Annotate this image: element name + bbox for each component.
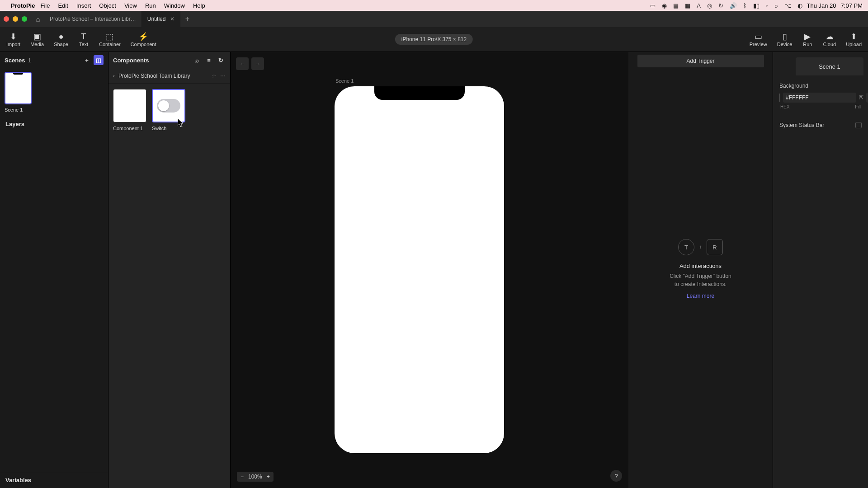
tray-icon[interactable]: ▤ [673, 2, 679, 9]
bluetooth-icon[interactable]: ᛒ [743, 2, 747, 9]
switch-shape-icon [157, 99, 180, 113]
chevron-left-icon[interactable]: ‹ [113, 73, 115, 79]
menu-window[interactable]: Window [164, 2, 185, 9]
tool-label: Media [30, 42, 44, 47]
plus-icon: + [699, 244, 702, 250]
inspector-scene-tab[interactable]: Scene 1 [796, 57, 863, 75]
desktop-icon: ▭ [753, 32, 764, 42]
tool-import[interactable]: ⬇Import [6, 32, 20, 47]
add-trigger-button[interactable]: Add Trigger [637, 55, 764, 67]
image-icon: ▣ [32, 32, 42, 42]
traffic-lights[interactable] [4, 16, 27, 22]
menubar-app-name[interactable]: ProtoPie [11, 2, 35, 9]
component-thumbnail [113, 89, 146, 122]
tool-upload[interactable]: ⬆Upload [846, 32, 862, 47]
upload-icon: ⬆ [849, 32, 859, 42]
tray-icon[interactable]: ↻ [718, 2, 723, 9]
scene-view-toggle[interactable]: ◫ [94, 55, 104, 65]
system-status-bar-toggle[interactable] [855, 122, 862, 128]
mac-menubar: ProtoPie File Edit Insert Object View Ru… [0, 0, 868, 11]
scenes-title: Scenes [5, 57, 25, 64]
color-swatch[interactable] [779, 94, 780, 102]
inspector-panel: Scene 1 Background ⇱ HEX Fill System Sta… [773, 52, 868, 488]
tool-label: Preview [750, 42, 767, 47]
tray-icon[interactable]: A [697, 2, 701, 9]
control-center-icon[interactable]: ⌥ [784, 2, 791, 9]
zoom-out-button[interactable]: − [241, 474, 244, 480]
tray-icon[interactable]: ◉ [662, 2, 667, 9]
volume-icon[interactable]: 🔊 [730, 2, 737, 9]
canvas-back-button[interactable]: ← [236, 57, 249, 70]
system-status-bar-label: System Status Bar [779, 122, 824, 128]
window-tab-2[interactable]: Untitled ✕ [142, 11, 181, 27]
tool-cloud[interactable]: ☁Cloud [823, 32, 836, 47]
add-tab-button[interactable]: + [180, 15, 194, 23]
menu-object[interactable]: Object [99, 2, 116, 9]
tool-run[interactable]: ▶Run [802, 32, 813, 47]
menu-help[interactable]: Help [193, 2, 205, 9]
response-placeholder-icon: R [707, 239, 723, 255]
window-tab-1[interactable]: ProtoPie School – Interaction Libr… [44, 11, 142, 27]
canvas-forward-button[interactable]: → [251, 57, 264, 70]
tray-icon[interactable]: ▦ [685, 2, 690, 9]
tool-shape[interactable]: ●Shape [54, 32, 68, 47]
component-breadcrumb[interactable]: ‹ ProtoPie School Team Library ☆ ⋯ [108, 68, 230, 84]
menu-edit[interactable]: Edit [58, 2, 68, 9]
zoom-control[interactable]: − 100% + [237, 472, 274, 482]
tool-preview[interactable]: ▭Preview [750, 32, 767, 47]
siri-icon[interactable]: ◐ [797, 2, 802, 9]
canvas[interactable]: ← → Scene 1 − 100% + ? [231, 52, 628, 488]
component-item-switch[interactable]: Switch [152, 89, 185, 131]
cloud-icon: ☁ [824, 32, 835, 42]
phone-icon: ▯ [779, 32, 790, 42]
tool-label: Import [6, 42, 20, 47]
menu-run[interactable]: Run [145, 2, 156, 9]
device-notch [374, 86, 465, 100]
container-icon: ⬚ [104, 32, 115, 42]
component-item[interactable]: Component 1 [113, 89, 146, 131]
variables-title[interactable]: Variables [0, 472, 108, 488]
menu-view[interactable]: View [124, 2, 137, 9]
layers-title: Layers [0, 116, 108, 132]
help-button[interactable]: ? [610, 470, 622, 482]
link-icon[interactable]: ⇱ [859, 94, 863, 101]
tool-container[interactable]: ⬚Container [99, 32, 121, 47]
hex-input[interactable] [783, 93, 856, 103]
tool-label: Cloud [823, 42, 836, 47]
menubar-time[interactable]: 7:07 PM [841, 2, 863, 9]
battery-icon[interactable]: ▮▯ [753, 2, 760, 9]
component-label: Component 1 [113, 125, 146, 131]
search-icon[interactable]: ⌕ [192, 55, 202, 65]
tool-text[interactable]: TText [78, 32, 89, 47]
tool-device[interactable]: ▯Device [777, 32, 793, 47]
list-icon[interactable]: ≡ [204, 55, 214, 65]
download-icon: ⬇ [8, 32, 19, 42]
menu-file[interactable]: File [40, 2, 50, 9]
fill-input[interactable] [866, 93, 868, 103]
star-icon[interactable]: ☆ [212, 73, 217, 79]
add-scene-button[interactable]: + [82, 55, 92, 65]
interactions-empty-heading: Add interactions [670, 263, 731, 269]
circle-shape-icon: ● [56, 32, 66, 42]
tray-icon[interactable]: ▭ [650, 2, 656, 9]
scene-thumbnail[interactable] [5, 72, 32, 104]
tray-icon[interactable]: ◎ [707, 2, 712, 9]
more-icon[interactable]: ⋯ [220, 73, 226, 79]
menu-insert[interactable]: Insert [76, 2, 91, 9]
device-chip[interactable]: iPhone 11 Pro/X 375 × 812 [395, 34, 473, 45]
home-icon[interactable]: ⌂ [32, 15, 44, 23]
tool-component[interactable]: ⚡Component [131, 32, 156, 47]
fill-sublabel: Fill [855, 104, 861, 109]
device-frame[interactable] [335, 86, 504, 453]
wifi-icon[interactable]: ◦ [766, 2, 768, 9]
menubar-date[interactable]: Thu Jan 20 [807, 2, 836, 9]
learn-more-link[interactable]: Learn more [670, 293, 731, 299]
interactions-empty-body-1: Click "Add Trigger" button [670, 272, 731, 280]
zoom-in-button[interactable]: + [267, 474, 270, 480]
interactions-empty-body-2: to create Interactions. [670, 280, 731, 288]
refresh-icon[interactable]: ↻ [216, 55, 226, 65]
tool-label: Device [777, 42, 793, 47]
tool-media[interactable]: ▣Media [30, 32, 44, 47]
close-icon[interactable]: ✕ [170, 16, 175, 22]
spotlight-icon[interactable]: ⌕ [774, 2, 778, 9]
